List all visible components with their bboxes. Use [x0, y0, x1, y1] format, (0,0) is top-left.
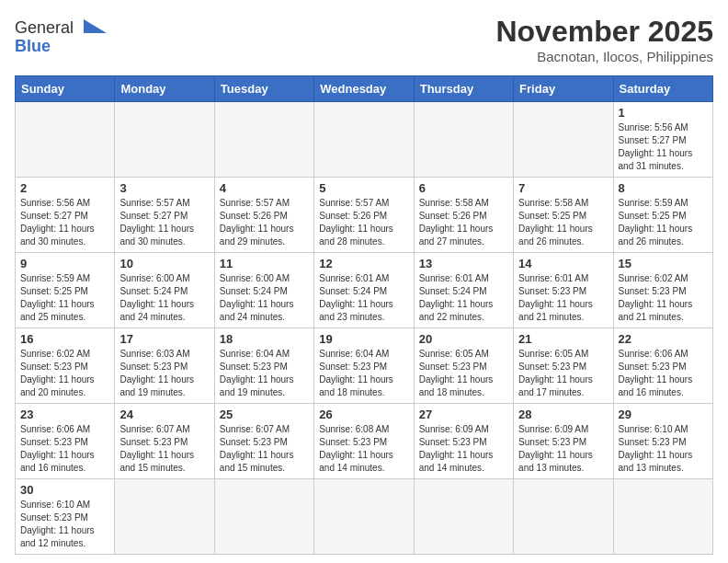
day-number: 30	[20, 483, 109, 497]
day-number: 14	[518, 257, 608, 270]
day-number: 4	[220, 181, 309, 195]
table-row: 23Sunrise: 6:06 AM Sunset: 5:23 PM Dayli…	[16, 404, 115, 479]
day-number: 13	[419, 257, 508, 270]
day-info: Sunrise: 6:03 AM Sunset: 5:23 PM Dayligh…	[119, 348, 209, 399]
day-number: 17	[119, 332, 209, 346]
table-row	[514, 102, 613, 178]
day-number: 22	[619, 332, 708, 346]
day-number: 23	[20, 408, 109, 421]
table-row: 29Sunrise: 6:10 AM Sunset: 5:23 PM Dayli…	[613, 404, 712, 479]
day-info: Sunrise: 5:56 AM Sunset: 5:27 PM Dayligh…	[20, 197, 109, 248]
day-number: 1	[619, 106, 708, 120]
table-row: 22Sunrise: 6:06 AM Sunset: 5:23 PM Dayli…	[613, 328, 712, 404]
day-info: Sunrise: 6:06 AM Sunset: 5:23 PM Dayligh…	[20, 423, 109, 475]
table-row: 19Sunrise: 6:04 AM Sunset: 5:23 PM Dayli…	[314, 328, 414, 404]
table-row	[414, 479, 513, 555]
day-info: Sunrise: 5:57 AM Sunset: 5:27 PM Dayligh…	[119, 197, 209, 248]
day-info: Sunrise: 6:05 AM Sunset: 5:23 PM Dayligh…	[518, 348, 608, 399]
table-row	[115, 102, 214, 178]
table-row: 26Sunrise: 6:08 AM Sunset: 5:23 PM Dayli…	[314, 404, 414, 479]
table-row	[16, 102, 115, 178]
table-row	[613, 479, 712, 555]
table-row: 16Sunrise: 6:02 AM Sunset: 5:23 PM Dayli…	[16, 328, 115, 404]
table-row: 27Sunrise: 6:09 AM Sunset: 5:23 PM Dayli…	[414, 404, 513, 479]
day-info: Sunrise: 6:02 AM Sunset: 5:23 PM Dayligh…	[20, 348, 109, 399]
day-number: 10	[119, 257, 209, 270]
calendar: Sunday Monday Tuesday Wednesday Thursday…	[15, 75, 713, 555]
day-number: 12	[319, 257, 408, 270]
day-number: 29	[619, 408, 708, 421]
table-row: 3Sunrise: 5:57 AM Sunset: 5:27 PM Daylig…	[115, 178, 214, 253]
day-number: 25	[220, 408, 309, 421]
calendar-week-row: 23Sunrise: 6:06 AM Sunset: 5:23 PM Dayli…	[16, 404, 713, 479]
day-info: Sunrise: 6:10 AM Sunset: 5:23 PM Dayligh…	[619, 423, 708, 475]
table-row: 5Sunrise: 5:57 AM Sunset: 5:26 PM Daylig…	[314, 178, 414, 253]
table-row	[314, 479, 414, 555]
day-info: Sunrise: 6:01 AM Sunset: 5:24 PM Dayligh…	[319, 272, 408, 324]
day-number: 11	[220, 257, 309, 270]
day-info: Sunrise: 6:07 AM Sunset: 5:23 PM Dayligh…	[119, 423, 209, 475]
day-number: 18	[220, 332, 309, 346]
calendar-week-row: 2Sunrise: 5:56 AM Sunset: 5:27 PM Daylig…	[16, 178, 713, 253]
table-row: 2Sunrise: 5:56 AM Sunset: 5:27 PM Daylig…	[16, 178, 115, 253]
weekday-header-row: Sunday Monday Tuesday Wednesday Thursday…	[16, 76, 713, 102]
day-info: Sunrise: 6:10 AM Sunset: 5:23 PM Dayligh…	[20, 499, 109, 550]
day-info: Sunrise: 6:00 AM Sunset: 5:24 PM Dayligh…	[220, 272, 309, 324]
day-number: 16	[20, 332, 109, 346]
header-friday: Friday	[514, 76, 613, 102]
table-row: 14Sunrise: 6:01 AM Sunset: 5:23 PM Dayli…	[514, 253, 613, 328]
header-tuesday: Tuesday	[214, 76, 313, 102]
day-info: Sunrise: 5:58 AM Sunset: 5:26 PM Dayligh…	[419, 197, 508, 248]
calendar-week-row: 30Sunrise: 6:10 AM Sunset: 5:23 PM Dayli…	[16, 479, 713, 555]
location: Bacnotan, Ilocos, Philippines	[495, 49, 713, 64]
table-row: 21Sunrise: 6:05 AM Sunset: 5:23 PM Dayli…	[514, 328, 613, 404]
day-number: 3	[119, 181, 209, 195]
day-info: Sunrise: 6:00 AM Sunset: 5:24 PM Dayligh…	[119, 272, 209, 324]
day-number: 15	[619, 257, 708, 270]
table-row: 30Sunrise: 6:10 AM Sunset: 5:23 PM Dayli…	[16, 479, 115, 555]
day-info: Sunrise: 6:05 AM Sunset: 5:23 PM Dayligh…	[419, 348, 508, 399]
day-info: Sunrise: 5:56 AM Sunset: 5:27 PM Dayligh…	[619, 121, 708, 173]
day-number: 27	[419, 408, 508, 421]
day-number: 28	[518, 408, 608, 421]
table-row	[115, 479, 214, 555]
table-row	[214, 102, 313, 178]
logo: GeneralBlue	[15, 15, 116, 61]
table-row	[214, 479, 313, 555]
svg-marker-2	[84, 19, 107, 33]
page-header: GeneralBlue November 2025 Bacnotan, Iloc…	[15, 15, 713, 64]
day-number: 8	[619, 181, 708, 195]
table-row: 20Sunrise: 6:05 AM Sunset: 5:23 PM Dayli…	[414, 328, 513, 404]
header-sunday: Sunday	[16, 76, 115, 102]
day-info: Sunrise: 6:06 AM Sunset: 5:23 PM Dayligh…	[619, 348, 708, 399]
table-row: 17Sunrise: 6:03 AM Sunset: 5:23 PM Dayli…	[115, 328, 214, 404]
table-row: 18Sunrise: 6:04 AM Sunset: 5:23 PM Dayli…	[214, 328, 313, 404]
day-number: 6	[419, 181, 508, 195]
svg-text:General: General	[15, 18, 74, 37]
table-row	[414, 102, 513, 178]
day-info: Sunrise: 6:01 AM Sunset: 5:24 PM Dayligh…	[419, 272, 508, 324]
day-number: 2	[20, 181, 109, 195]
month-title: November 2025	[495, 15, 713, 49]
table-row: 8Sunrise: 5:59 AM Sunset: 5:25 PM Daylig…	[613, 178, 712, 253]
table-row: 10Sunrise: 6:00 AM Sunset: 5:24 PM Dayli…	[115, 253, 214, 328]
table-row: 15Sunrise: 6:02 AM Sunset: 5:23 PM Dayli…	[613, 253, 712, 328]
header-monday: Monday	[115, 76, 214, 102]
day-info: Sunrise: 6:02 AM Sunset: 5:23 PM Dayligh…	[619, 272, 708, 324]
day-number: 19	[319, 332, 408, 346]
header-saturday: Saturday	[613, 76, 712, 102]
day-number: 20	[419, 332, 508, 346]
table-row: 12Sunrise: 6:01 AM Sunset: 5:24 PM Dayli…	[314, 253, 414, 328]
calendar-week-row: 9Sunrise: 5:59 AM Sunset: 5:25 PM Daylig…	[16, 253, 713, 328]
calendar-week-row: 16Sunrise: 6:02 AM Sunset: 5:23 PM Dayli…	[16, 328, 713, 404]
day-info: Sunrise: 5:59 AM Sunset: 5:25 PM Dayligh…	[619, 197, 708, 248]
day-info: Sunrise: 6:07 AM Sunset: 5:23 PM Dayligh…	[220, 423, 309, 475]
svg-text:Blue: Blue	[15, 37, 51, 55]
day-info: Sunrise: 5:58 AM Sunset: 5:25 PM Dayligh…	[518, 197, 608, 248]
calendar-week-row: 1Sunrise: 5:56 AM Sunset: 5:27 PM Daylig…	[16, 102, 713, 178]
day-info: Sunrise: 5:57 AM Sunset: 5:26 PM Dayligh…	[220, 197, 309, 248]
day-number: 5	[319, 181, 408, 195]
table-row: 24Sunrise: 6:07 AM Sunset: 5:23 PM Dayli…	[115, 404, 214, 479]
header-wednesday: Wednesday	[314, 76, 414, 102]
table-row: 7Sunrise: 5:58 AM Sunset: 5:25 PM Daylig…	[514, 178, 613, 253]
